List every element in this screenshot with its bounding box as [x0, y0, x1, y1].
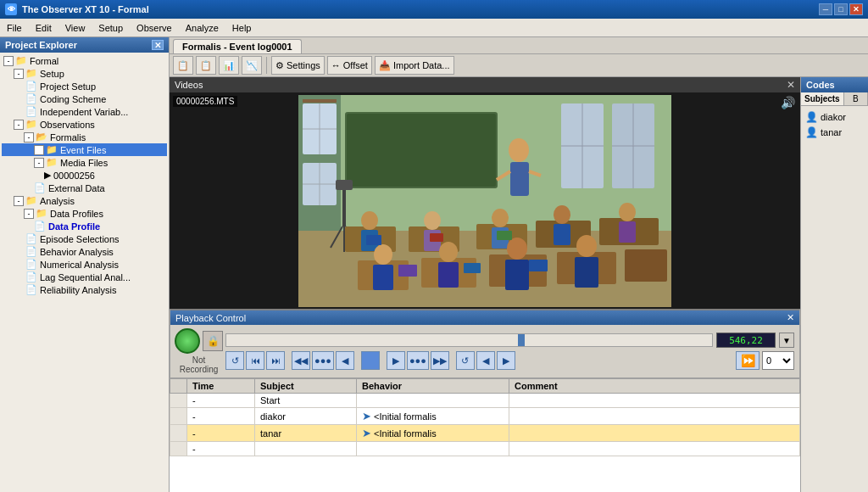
menu-setup[interactable]: Setup	[92, 21, 130, 35]
ff-fast-button[interactable]: ▶▶	[431, 351, 449, 370]
expand-observations[interactable]: -	[14, 120, 24, 130]
panel-close-button[interactable]: ✕	[152, 40, 164, 50]
menu-view[interactable]: View	[58, 21, 92, 35]
expand-analysis[interactable]: -	[14, 196, 24, 206]
toolbar-settings-button[interactable]: ⚙ Settings	[271, 56, 325, 75]
tree-item-00000256[interactable]: ▶ 00000256	[2, 169, 167, 182]
folder-icon: 📁	[25, 68, 37, 79]
settings-label: Settings	[287, 60, 320, 70]
expand-data-profiles[interactable]: -	[24, 209, 34, 219]
rw-button[interactable]: ●●●	[312, 351, 334, 370]
tree-item-formalis[interactable]: - 📂 Formalis	[2, 131, 167, 143]
table-row: - Start	[170, 394, 800, 408]
codes-tabs: Subjects B	[801, 92, 868, 106]
rw-slow-button[interactable]: ◀	[336, 351, 354, 370]
menu-file[interactable]: File	[0, 21, 29, 35]
toolbar-offset-button[interactable]: ↔ Offset	[327, 56, 372, 75]
lock-button[interactable]: 🔒	[203, 331, 223, 351]
menu-observe[interactable]: Observe	[130, 21, 179, 35]
loop-button[interactable]: ↺	[456, 351, 475, 370]
toolbar-btn-1[interactable]: 📋	[173, 56, 193, 75]
tree-item-behavior-analysis[interactable]: 📄 Behavior Analysis	[2, 245, 167, 258]
tree-item-event-files[interactable]: + 📁 Event Files	[2, 143, 167, 156]
svg-rect-41	[619, 221, 636, 243]
code-item-diakor[interactable]: 👤 diakor	[803, 109, 866, 125]
lock-icon: 🔒	[207, 335, 220, 347]
prev-segment-button[interactable]: ◀	[476, 351, 495, 370]
tree-item-setup[interactable]: - 📁 Setup	[2, 67, 167, 80]
tree-item-observations[interactable]: - 📁 Observations	[2, 118, 167, 131]
col-behavior: Behavior	[357, 379, 509, 394]
speaker-icon: 🔊	[781, 96, 795, 109]
folder-icon: 📁	[25, 195, 37, 206]
ff-slow-button[interactable]: ▶	[387, 351, 405, 370]
tree-item-formal[interactable]: - 📁 Formal	[2, 54, 167, 67]
tree-item-analysis[interactable]: - 📁 Analysis	[2, 194, 167, 207]
next-segment-button[interactable]: ▶	[497, 351, 515, 370]
col-time: Time	[187, 379, 255, 394]
tab-formalis-eventlog[interactable]: Formalis - Event log0001	[173, 39, 302, 53]
item-icon: 📄	[34, 182, 46, 193]
toolbar-import-button[interactable]: 📥 Import Data...	[375, 56, 454, 75]
codes-header: Codes	[801, 77, 868, 92]
svg-rect-4	[303, 99, 337, 103]
toolbar-btn-2[interactable]: 📋	[196, 56, 216, 75]
tree-item-numerical-analysis[interactable]: 📄 Numerical Analysis	[2, 258, 167, 271]
videos-close-button[interactable]: ✕	[787, 79, 795, 91]
time-more-button[interactable]: ▼	[779, 333, 794, 348]
playback-panel: Playback Control ✕ 🔒 Not R	[170, 309, 800, 378]
expand-media-files[interactable]: -	[34, 158, 44, 168]
svg-rect-39	[554, 224, 570, 245]
tree-item-project-setup[interactable]: 📄 Project Setup	[2, 80, 167, 92]
item-icon: 📄	[25, 106, 37, 117]
folder-open-icon: 📂	[36, 131, 47, 143]
ff-button[interactable]: ●●●	[407, 351, 429, 370]
folder-icon: 📁	[25, 119, 37, 130]
menu-edit[interactable]: Edit	[29, 21, 58, 35]
codes-tab-subjects[interactable]: Subjects	[801, 92, 844, 105]
tree-label-episode-selections: Episode Selections	[40, 234, 120, 244]
code-item-tanar[interactable]: 👤 tanar	[803, 125, 866, 140]
expand-setup[interactable]: -	[14, 69, 24, 79]
expand-formalis[interactable]: -	[24, 132, 34, 143]
transport-row: ↺ ⏮ ⏭ ◀◀ ●●● ◀	[225, 351, 794, 370]
close-button[interactable]: ✕	[849, 3, 863, 15]
ff-icon-button[interactable]: ⏩	[736, 351, 760, 370]
play-indicator[interactable]	[361, 351, 380, 370]
tree-item-independent-variab[interactable]: 📄 Independent Variab...	[2, 105, 167, 118]
menu-analyze[interactable]: Analyze	[179, 21, 225, 35]
speed-select[interactable]: 0 0.5 1 2 4	[762, 351, 794, 370]
maximize-button[interactable]: □	[834, 3, 848, 15]
expand-event-files[interactable]: +	[34, 145, 44, 155]
tree-item-episode-selections[interactable]: 📄 Episode Selections	[2, 232, 167, 245]
tree-item-lag-sequential[interactable]: 📄 Lag Sequential Anal...	[2, 271, 167, 283]
svg-point-36	[492, 209, 509, 227]
svg-rect-43	[373, 265, 393, 290]
toolbar-btn-3[interactable]: 📊	[219, 56, 239, 75]
tree-item-data-profiles[interactable]: - 📁 Data Profiles	[2, 207, 167, 220]
tree-label-data-profiles: Data Profiles	[50, 209, 103, 219]
tree-item-reliability-analysis[interactable]: 📄 Reliability Analysis	[2, 283, 167, 296]
tree-item-coding-scheme[interactable]: 📄 Coding Scheme	[2, 92, 167, 105]
record-button[interactable]	[175, 328, 200, 354]
window-controls[interactable]: ─ □ ✕	[819, 3, 863, 15]
seek-thumb[interactable]	[518, 334, 525, 346]
step-back-button[interactable]: ⏭	[266, 351, 285, 370]
minimize-button[interactable]: ─	[819, 3, 832, 15]
codes-tab-b[interactable]: B	[844, 92, 868, 105]
tree-item-media-files[interactable]: - 📁 Media Files	[2, 156, 167, 169]
tree-item-data-profile[interactable]: 📄 Data Profile	[2, 220, 167, 232]
go-start-button[interactable]: ↺	[225, 351, 244, 370]
tree-label-00000256: 00000256	[53, 171, 95, 181]
menu-help[interactable]: Help	[225, 21, 259, 35]
tree-item-external-data[interactable]: 📄 External Data	[2, 182, 167, 194]
cell-behavior	[357, 394, 509, 408]
rw-fast-button[interactable]: ◀◀	[292, 351, 310, 370]
app-icon: 👁	[5, 3, 17, 15]
toolbar-btn-4[interactable]: 📉	[242, 56, 262, 75]
settings-icon: ⚙	[275, 60, 284, 71]
expand-formal[interactable]: -	[3, 56, 14, 66]
playback-close-button[interactable]: ✕	[787, 312, 794, 323]
prev-frame-button[interactable]: ⏮	[246, 351, 264, 370]
seek-bar[interactable]	[225, 333, 713, 347]
